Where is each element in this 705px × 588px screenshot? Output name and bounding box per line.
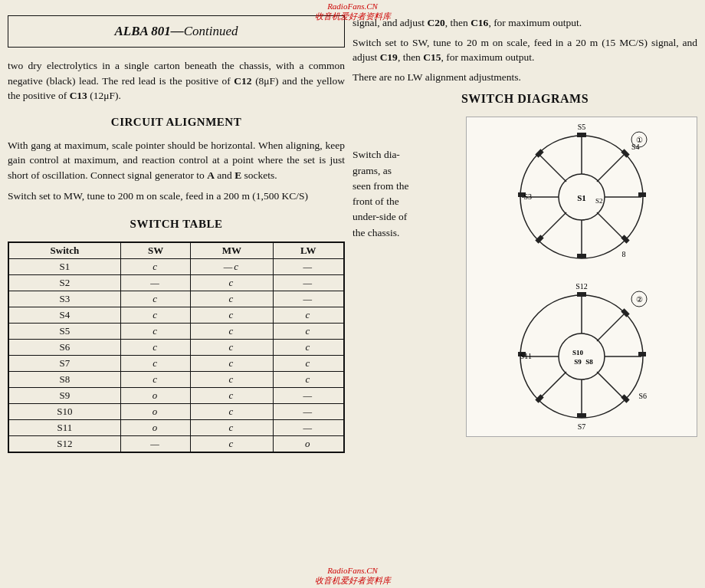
ca-A: A bbox=[207, 169, 215, 181]
svg-text:S6: S6 bbox=[638, 392, 647, 400]
svg-text:S3: S3 bbox=[523, 192, 532, 201]
title-box: ALBA 801—Continued bbox=[8, 15, 345, 48]
left-column: ALBA 801—Continued two dry electrolytics… bbox=[8, 15, 345, 573]
switch-name-cell: S2 bbox=[9, 274, 121, 291]
switch-name-cell: S9 bbox=[9, 387, 121, 403]
watermark-line1: RadioFans.CN bbox=[315, 2, 391, 11]
switch-value-cell: c bbox=[191, 355, 273, 371]
switch-value-cell: c bbox=[120, 291, 191, 307]
switch-value-cell: c bbox=[273, 355, 343, 371]
table-row: S7ccc bbox=[9, 355, 344, 371]
ca-E: E bbox=[234, 169, 241, 181]
switch-name-cell: S5 bbox=[9, 323, 121, 339]
svg-line-10 bbox=[597, 212, 624, 239]
table-row: S4ccc bbox=[9, 307, 344, 323]
svg-line-14 bbox=[539, 212, 566, 239]
rc-then1: , then bbox=[445, 17, 468, 28]
switch-value-cell: — bbox=[120, 274, 191, 291]
ca-and: and bbox=[217, 169, 232, 181]
svg-line-6 bbox=[597, 155, 624, 182]
rc-c16: C16 bbox=[471, 17, 488, 28]
svg-line-37 bbox=[597, 372, 624, 399]
table-row: S2—c— bbox=[9, 274, 344, 291]
title-continued: Continued bbox=[184, 24, 238, 38]
switch-diagram-2: S10 S8 S9 bbox=[505, 280, 658, 433]
watermark-bottom-line2: 收音机爱好者资料库 bbox=[315, 575, 391, 586]
table-row: S10oc— bbox=[9, 403, 344, 419]
switch-value-cell: o bbox=[120, 419, 191, 435]
svg-rect-32 bbox=[577, 292, 586, 297]
switch-diagrams-section: Switch dia- grams, as seen from the fron… bbox=[352, 117, 697, 437]
watermark-bottom: RadioFans.CN 收音机爱好者资料库 bbox=[315, 566, 391, 586]
diagrams-label-1: Switch dia- bbox=[352, 147, 460, 163]
switch-value-cell: c bbox=[120, 307, 191, 323]
diagrams-label-4: front of the bbox=[352, 194, 460, 209]
switch-name-cell: S1 bbox=[9, 258, 121, 274]
col-sw: SW bbox=[120, 242, 191, 258]
diagrams-label-2: grams, as bbox=[352, 163, 460, 179]
table-row: S5ccc bbox=[9, 323, 344, 339]
switch-value-cell: c bbox=[120, 258, 191, 274]
watermark-top: RadioFans.CN 收音机爱好者资料库 bbox=[315, 2, 391, 22]
switch-value-cell: c bbox=[191, 307, 273, 323]
right-column: signal, and adjust C20, then C16, for ma… bbox=[352, 15, 697, 573]
switch-value-cell: c bbox=[191, 419, 273, 435]
switch-table-wrap: Switch SW MW LW S1c—c—S2—c—S3cc—S4cccS5c… bbox=[8, 241, 345, 453]
switch-value-cell: c bbox=[191, 274, 273, 291]
switch-value-cell: c bbox=[120, 355, 191, 371]
switch-name-cell: S7 bbox=[9, 355, 121, 371]
table-row: S1c—c— bbox=[9, 258, 344, 274]
rc-then2: , then bbox=[398, 51, 421, 63]
switch-value-cell: o bbox=[120, 403, 191, 419]
circuit-alignment-para2: Switch set to MW, tune to 200 m on scale… bbox=[8, 189, 345, 204]
diagrams-heading: SWITCH DIAGRAMS bbox=[352, 92, 697, 106]
svg-rect-40 bbox=[577, 413, 586, 418]
page-title: ALBA 801—Continued bbox=[114, 24, 238, 38]
watermark-line2: 收音机爱好者资料库 bbox=[315, 11, 391, 22]
table-row: S6ccc bbox=[9, 339, 344, 355]
title-main: ALBA 801— bbox=[114, 24, 183, 38]
rc-c20: C20 bbox=[428, 17, 445, 28]
switch-value-cell: — bbox=[273, 419, 343, 435]
svg-text:①: ① bbox=[636, 136, 643, 144]
table-row: S11oc— bbox=[9, 419, 344, 435]
switch-table-header: Switch SW MW LW bbox=[9, 242, 344, 258]
diagrams-label-3: seen from the bbox=[352, 179, 460, 194]
switch-value-cell: c bbox=[191, 387, 273, 403]
switch-diagram-1: S1 S2 bbox=[505, 120, 658, 274]
switch-value-cell: c bbox=[120, 323, 191, 339]
svg-rect-13 bbox=[577, 254, 586, 258]
svg-rect-36 bbox=[638, 352, 646, 356]
diagrams-label: Switch dia- grams, as seen from the fron… bbox=[352, 117, 460, 437]
ca-para1-text: With gang at maximum, scale pointer shou… bbox=[8, 140, 345, 181]
circuit-alignment-para1: With gang at maximum, scale pointer shou… bbox=[8, 138, 345, 183]
switch-value-cell: c bbox=[191, 371, 273, 387]
page-container: ALBA 801—Continued two dry electrolytics… bbox=[0, 0, 705, 588]
table-row: S9oc— bbox=[9, 387, 344, 403]
c12-val: (8μF) bbox=[255, 75, 279, 87]
svg-text:S12: S12 bbox=[575, 282, 588, 291]
col-switch: Switch bbox=[9, 242, 121, 258]
switch-value-cell: — bbox=[120, 435, 191, 452]
right-para1: signal, and adjust C20, then C16, for ma… bbox=[352, 15, 697, 31]
switch-value-cell: o bbox=[120, 387, 191, 403]
svg-text:②: ② bbox=[636, 295, 643, 304]
rc-for-max1: , for maximum output. bbox=[488, 17, 582, 28]
switch-value-cell: c bbox=[191, 291, 273, 307]
switch-value-cell: c bbox=[191, 339, 273, 355]
svg-text:S1: S1 bbox=[577, 193, 586, 202]
switch-table-header-row: Switch SW MW LW bbox=[9, 242, 344, 258]
switch-value-cell: — bbox=[273, 291, 343, 307]
switch-value-cell: — bbox=[273, 258, 343, 274]
table-row: S8ccc bbox=[9, 371, 344, 387]
col-lw: LW bbox=[273, 242, 343, 258]
switch-name-cell: S12 bbox=[9, 435, 121, 452]
switch-name-cell: S10 bbox=[9, 403, 121, 419]
svg-text:S7: S7 bbox=[578, 422, 586, 431]
svg-line-41 bbox=[539, 372, 566, 399]
table-row: S12—co bbox=[9, 435, 344, 452]
svg-text:8: 8 bbox=[622, 250, 626, 258]
switch-value-cell: c bbox=[191, 403, 273, 419]
c13-val: (12μF). bbox=[90, 90, 121, 101]
svg-rect-9 bbox=[638, 192, 646, 197]
